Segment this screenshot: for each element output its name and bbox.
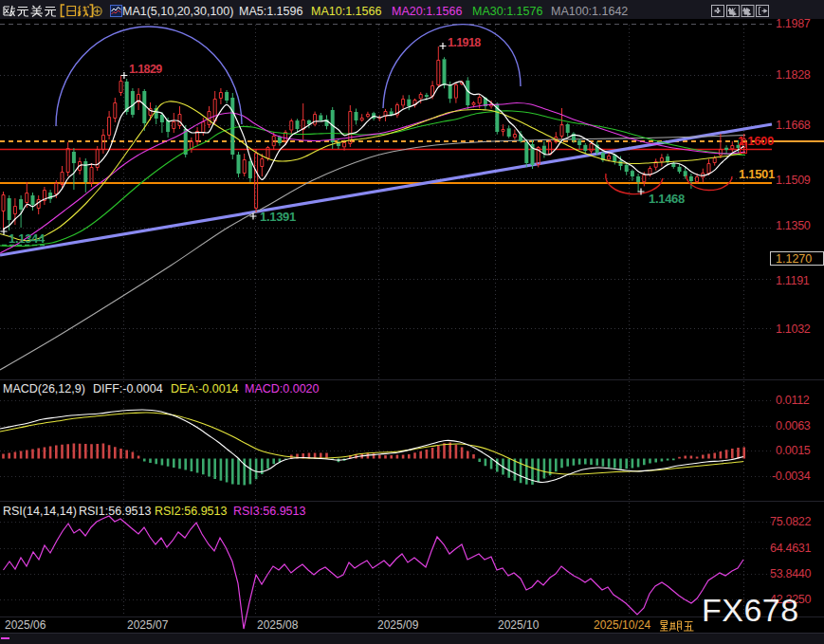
svg-text:MA1(5,10,20,30,100): MA1(5,10,20,30,100) [122,5,233,18]
svg-text:1.1918: 1.1918 [448,36,481,49]
svg-text:0.0015: 0.0015 [776,444,811,457]
svg-text:1.1829: 1.1829 [129,63,162,76]
svg-text:2025/08: 2025/08 [257,618,299,632]
svg-text:1.1032: 1.1032 [776,322,811,336]
svg-text:MA10:1.1566: MA10:1.1566 [311,5,381,18]
svg-text:2025/10/24: 2025/10/24 [594,618,650,632]
svg-text:MA5:1.1596: MA5:1.1596 [239,5,302,18]
svg-text:1.1509: 1.1509 [776,174,811,187]
svg-text:DIFF:-0.0004: DIFF:-0.0004 [93,382,163,396]
svg-text:RSI2:56.9513: RSI2:56.9513 [155,505,227,518]
svg-text:DEA:-0.0014: DEA:-0.0014 [171,382,239,396]
svg-text:MA20:1.1566: MA20:1.1566 [392,5,462,18]
svg-text:2025/09: 2025/09 [377,618,419,632]
svg-text:1.1350: 1.1350 [776,219,811,232]
svg-text:2025/10: 2025/10 [498,618,540,632]
svg-text:1.1987: 1.1987 [776,17,811,30]
svg-text:53.8440: 53.8440 [770,567,811,580]
svg-text:RSI(14,14,14): RSI(14,14,14) [3,505,77,518]
svg-text:1.1191: 1.1191 [776,274,810,287]
svg-text:0.0063: 0.0063 [776,419,811,432]
svg-text:2025/07: 2025/07 [127,618,169,632]
svg-text:RSI1:56.9513: RSI1:56.9513 [79,505,151,518]
svg-text:64.4631: 64.4631 [770,542,811,555]
svg-text:1.1501: 1.1501 [739,167,775,181]
svg-text:MA100:1.1642: MA100:1.1642 [551,5,628,18]
svg-text:1.1270: 1.1270 [776,252,812,266]
svg-text:1.1668: 1.1668 [776,119,811,132]
svg-text:MACD:0.0020: MACD:0.0020 [245,382,320,396]
svg-text:FX678: FX678 [702,592,799,628]
svg-text:RSI3:56.9513: RSI3:56.9513 [233,505,305,518]
svg-text:1.1468: 1.1468 [649,192,685,206]
svg-text:1.1828: 1.1828 [776,68,811,82]
svg-text:0.0112: 0.0112 [776,394,810,407]
svg-text:-0.0034: -0.0034 [772,469,811,483]
svg-text:MACD(26,12,9): MACD(26,12,9) [3,382,85,396]
svg-text:1.1600: 1.1600 [738,134,774,148]
svg-text:2025/06: 2025/06 [5,618,46,632]
svg-text:MA30:1.1576: MA30:1.1576 [472,5,542,18]
svg-text:1.1391: 1.1391 [260,210,296,224]
svg-text:1.1344: 1.1344 [9,231,46,246]
svg-text:75.0822: 75.0822 [770,515,811,528]
